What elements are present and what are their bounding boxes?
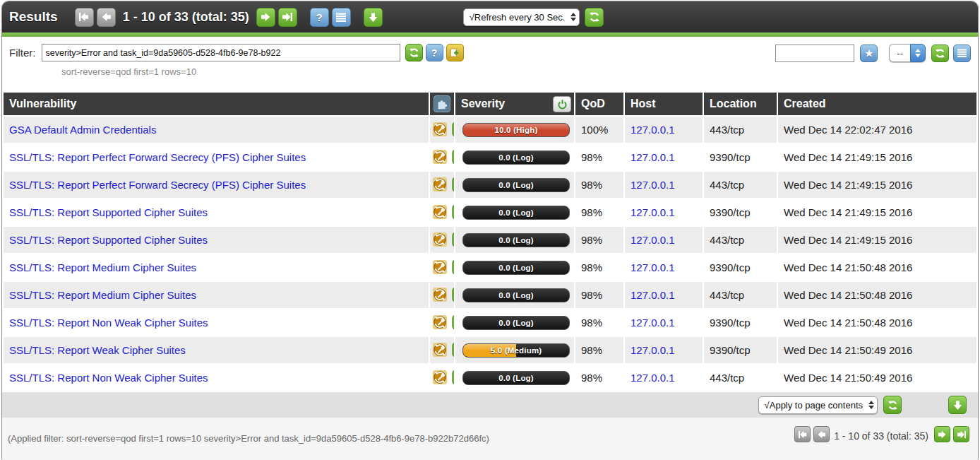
last-page-icon xyxy=(957,430,967,439)
vulnerability-cell: SSL/TLS: Report Non Weak Cipher Suites xyxy=(4,365,429,391)
table-row: SSL/TLS: Report Perfect Forward Secrecy … xyxy=(4,172,976,198)
previous-page-button[interactable] xyxy=(813,426,830,442)
apply-to-select[interactable]: √Apply to page contents xyxy=(758,396,878,414)
host-link[interactable]: 127.0.0.1 xyxy=(631,151,675,163)
select-arrows-icon xyxy=(868,401,874,409)
save-filter-name-input[interactable] xyxy=(775,45,854,62)
host-link[interactable]: 127.0.0.1 xyxy=(631,206,675,218)
solution-type-header-button[interactable] xyxy=(434,95,450,112)
qod-cell: 98% xyxy=(575,172,623,198)
footer: (Applied filter: sort-reverse=qod first=… xyxy=(2,418,978,460)
table-row: SSL/TLS: Report Perfect Forward Secrecy … xyxy=(4,144,976,170)
update-filter-button[interactable] xyxy=(405,44,423,61)
solution-type-cell xyxy=(430,282,454,308)
results-tbody: GSA Default Admin Credentials xyxy=(4,117,976,391)
vulnerability-link[interactable]: SSL/TLS: Report Weak Cipher Suites xyxy=(9,344,186,356)
vulnerability-link[interactable]: SSL/TLS: Report Non Weak Cipher Suites xyxy=(9,317,208,329)
last-page-button[interactable] xyxy=(278,8,297,27)
vulnerability-link[interactable]: SSL/TLS: Report Perfect Forward Secrecy … xyxy=(9,179,306,191)
table-row: SSL/TLS: Report Non Weak Cipher Suites xyxy=(4,309,976,336)
host-cell: 127.0.0.1 xyxy=(625,172,703,198)
refresh-interval-select[interactable]: √Refresh every 30 Sec. xyxy=(463,8,580,26)
host-link[interactable]: 127.0.0.1 xyxy=(631,289,675,301)
vulnerability-link[interactable]: GSA Default Admin Credentials xyxy=(9,124,156,136)
saved-filters-select[interactable]: -- xyxy=(889,44,926,62)
saved-filters-value: -- xyxy=(889,44,910,62)
qod-cell: 98% xyxy=(575,144,623,170)
workaround-icon xyxy=(451,259,454,276)
list-icon xyxy=(957,49,967,57)
column-header-qod[interactable]: QoD xyxy=(575,93,623,115)
location-cell: 9390/tcp xyxy=(704,309,777,336)
bulk-action-bar: √Apply to page contents xyxy=(2,392,978,418)
severity-cell: 0.0 (Log) xyxy=(455,227,574,253)
page-info: 1 - 10 of 33 (total: 35) xyxy=(123,10,249,25)
next-page-button[interactable] xyxy=(934,426,950,442)
refresh-icon xyxy=(935,48,945,59)
location-cell: 443/tcp xyxy=(704,172,777,198)
column-header-created[interactable]: Created xyxy=(778,93,976,115)
severity-bar-label: 0.0 (Log) xyxy=(463,179,569,191)
edit-filters-button[interactable] xyxy=(953,45,971,62)
new-filter-button[interactable] xyxy=(446,44,464,61)
created-cell: Wed Dec 14 21:50:48 2016 xyxy=(778,254,976,281)
column-header-solution-type[interactable] xyxy=(430,93,454,115)
host-link[interactable]: 127.0.0.1 xyxy=(631,317,675,329)
severity-bar: 0.0 (Log) xyxy=(462,371,570,385)
severity-header-label: Severity xyxy=(461,98,505,110)
workaround-icon xyxy=(451,231,454,248)
vulnerability-link[interactable]: SSL/TLS: Report Supported Cipher Suites xyxy=(9,234,208,246)
select-arrows-icon xyxy=(570,13,576,21)
save-filter-button[interactable]: ★ xyxy=(860,45,878,62)
first-page-button[interactable] xyxy=(75,8,94,27)
column-header-location[interactable]: Location xyxy=(704,93,777,115)
severity-cell: 10.0 (High) xyxy=(455,117,574,143)
apply-saved-filter-button[interactable] xyxy=(931,45,949,62)
vulnerability-link[interactable]: SSL/TLS: Report Non Weak Cipher Suites xyxy=(9,372,208,384)
apply-to-value: √Apply to page contents xyxy=(765,400,863,411)
host-cell: 127.0.0.1 xyxy=(625,227,703,253)
vulnerability-cell: SSL/TLS: Report Weak Cipher Suites xyxy=(4,337,429,363)
severity-cell: 0.0 (Log) xyxy=(455,172,574,198)
refresh-now-button[interactable] xyxy=(585,8,604,27)
last-page-button[interactable] xyxy=(953,426,969,442)
host-link[interactable]: 127.0.0.1 xyxy=(631,124,675,136)
filter-input[interactable] xyxy=(42,44,400,61)
workaround-icon xyxy=(451,121,454,138)
download-button[interactable] xyxy=(364,8,383,27)
previous-page-button[interactable] xyxy=(97,8,116,27)
next-page-button[interactable] xyxy=(256,8,275,27)
column-header-host[interactable]: Host xyxy=(625,93,703,115)
column-header-vulnerability[interactable]: Vulnerability xyxy=(4,93,429,115)
first-page-button[interactable] xyxy=(794,426,811,442)
export-button[interactable] xyxy=(948,396,967,414)
list-view-button[interactable] xyxy=(332,8,351,27)
severity-cell: 0.0 (Log) xyxy=(455,309,574,336)
host-link[interactable]: 127.0.0.1 xyxy=(631,344,675,356)
qod-cell: 100% xyxy=(575,117,623,143)
vulnerability-link[interactable]: SSL/TLS: Report Medium Cipher Suites xyxy=(9,261,196,273)
column-header-severity[interactable]: Severity xyxy=(455,93,574,115)
filter-help-button[interactable]: ? xyxy=(426,44,443,61)
vulnerability-link[interactable]: SSL/TLS: Report Perfect Forward Secrecy … xyxy=(9,151,306,163)
vulnerability-link[interactable]: SSL/TLS: Report Medium Cipher Suites xyxy=(9,289,196,301)
vulnerability-cell: SSL/TLS: Report Non Weak Cipher Suites xyxy=(4,309,429,336)
host-link[interactable]: 127.0.0.1 xyxy=(631,372,675,384)
table-row: SSL/TLS: Report Medium Cipher Suites xyxy=(4,254,976,281)
severity-bar-label: 0.0 (Log) xyxy=(463,372,569,384)
first-page-icon xyxy=(78,12,90,22)
help-button[interactable]: ? xyxy=(310,8,329,27)
apply-refresh-button[interactable] xyxy=(883,396,902,414)
host-link[interactable]: 127.0.0.1 xyxy=(631,179,675,191)
vendor-fix-icon xyxy=(431,121,448,138)
vendor-fix-icon xyxy=(431,286,448,303)
host-link[interactable]: 127.0.0.1 xyxy=(631,234,675,246)
dynamic-severity-toggle-button[interactable] xyxy=(553,96,571,112)
host-link[interactable]: 127.0.0.1 xyxy=(631,261,675,273)
workaround-icon xyxy=(451,286,454,303)
severity-cell: 0.0 (Log) xyxy=(455,282,574,308)
severity-cell: 0.0 (Log) xyxy=(455,144,574,170)
solution-type-cell xyxy=(430,365,454,391)
host-cell: 127.0.0.1 xyxy=(625,337,703,363)
vulnerability-link[interactable]: SSL/TLS: Report Supported Cipher Suites xyxy=(9,206,208,218)
